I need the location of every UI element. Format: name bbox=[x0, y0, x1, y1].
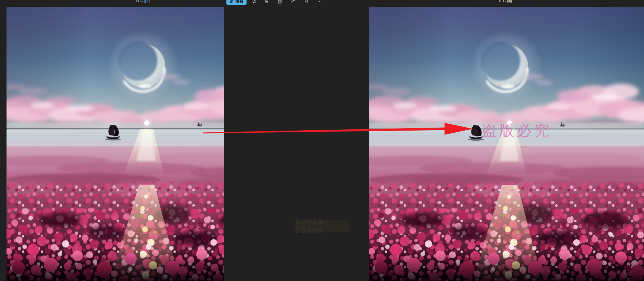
photo-left[interactable] bbox=[7, 7, 224, 281]
trash-icon bbox=[264, 0, 269, 4]
filename-label-left: R-C.jpg bbox=[125, 0, 161, 3]
photo-right[interactable] bbox=[369, 7, 644, 281]
print-button[interactable] bbox=[276, 0, 284, 5]
share-button[interactable] bbox=[288, 0, 297, 5]
rotate-icon bbox=[252, 0, 257, 4]
rotate-button[interactable] bbox=[250, 0, 258, 5]
slideshow-button[interactable] bbox=[301, 0, 310, 5]
filename-label-right: R-C.jpg bbox=[488, 0, 523, 3]
edit-button-label: 编辑 bbox=[236, 0, 243, 4]
more-ellipsis-icon bbox=[317, 0, 322, 4]
delete-button[interactable] bbox=[263, 0, 271, 5]
edit-button[interactable]: 编辑 bbox=[226, 0, 247, 5]
share-icon bbox=[290, 0, 295, 4]
faint-number-watermark: 17628 13366 bbox=[295, 220, 349, 232]
edit-pencil-icon bbox=[230, 0, 234, 3]
slideshow-play-icon bbox=[303, 0, 308, 4]
printer-icon bbox=[277, 0, 282, 4]
more-options-button[interactable] bbox=[315, 0, 323, 5]
